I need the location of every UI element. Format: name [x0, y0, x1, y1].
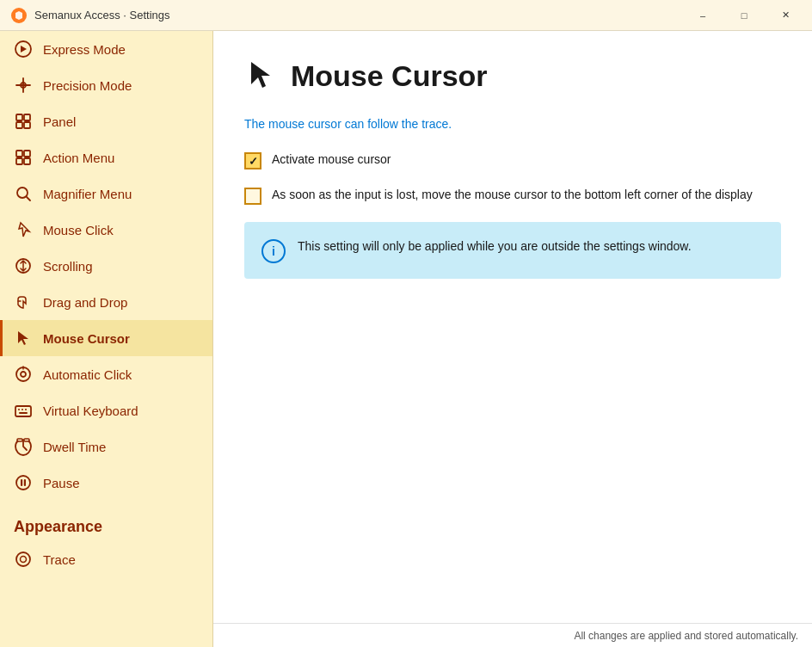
activate-mouse-cursor-row: Activate mouse cursor [244, 151, 781, 169]
sidebar-item-drag-and-drop[interactable]: Drag and Drop [0, 284, 212, 320]
sidebar-label-virtual-keyboard: Virtual Keyboard [43, 404, 138, 418]
sidebar-label-trace: Trace [43, 552, 76, 567]
precision-mode-icon [14, 76, 33, 95]
activate-mouse-cursor-label: Activate mouse cursor [272, 151, 391, 169]
sidebar-label-precision-mode: Precision Mode [43, 78, 132, 93]
sidebar-label-drag-and-drop: Drag and Drop [43, 295, 127, 310]
page-header-icon [244, 59, 279, 93]
info-box: i This setting will only be applied whil… [244, 222, 781, 279]
scrolling-icon [14, 256, 33, 275]
sidebar-item-scrolling[interactable]: Scrolling [0, 248, 212, 284]
svg-rect-4 [24, 114, 30, 120]
page-title: Mouse Cursor [291, 59, 488, 93]
sidebar-label-mouse-click: Mouse Click [43, 223, 114, 237]
page-header: Mouse Cursor [244, 59, 781, 93]
sidebar-label-automatic-click: Automatic Click [43, 367, 132, 382]
appearance-section-header: Appearance [0, 501, 212, 541]
main-content: Mouse Cursor The mouse cursor can follow… [213, 31, 812, 623]
sidebar-item-virtual-keyboard[interactable]: Virtual Keyboard [0, 392, 212, 428]
svg-rect-5 [16, 122, 22, 128]
titlebar: Semanux Access · Settings – □ ✕ [0, 0, 812, 31]
sidebar-item-panel[interactable]: Panel [0, 103, 212, 139]
svg-point-11 [17, 188, 28, 198]
close-button[interactable]: ✕ [766, 3, 805, 28]
keyboard-icon [14, 401, 33, 420]
auto-click-icon [14, 365, 33, 384]
sidebar-item-trace[interactable]: Trace [0, 541, 212, 577]
minimize-button[interactable]: – [683, 3, 723, 28]
panel-icon [14, 112, 33, 131]
svg-point-26 [16, 552, 30, 566]
sidebar-label-pause: Pause [43, 476, 80, 490]
mouse-click-icon [14, 220, 33, 239]
sidebar-label-panel: Panel [43, 114, 76, 129]
sidebar-item-magnifier-menu[interactable]: Magnifier Menu [0, 176, 212, 212]
svg-rect-8 [24, 151, 30, 157]
sidebar-label-express-mode: Express Mode [43, 42, 126, 57]
page-description: The mouse cursor can follow the trace. [244, 117, 781, 131]
svg-point-23 [16, 476, 30, 490]
status-text: All changes are applied and stored autom… [574, 630, 798, 642]
move-to-corner-checkbox[interactable] [244, 188, 261, 205]
sidebar-item-precision-mode[interactable]: Precision Mode [0, 67, 212, 103]
trace-icon [14, 550, 33, 569]
info-icon: i [261, 239, 286, 263]
sidebar-label-magnifier-menu: Magnifier Menu [43, 187, 132, 201]
info-message: This setting will only be applied while … [298, 237, 692, 256]
svg-point-27 [21, 557, 27, 563]
sidebar-scroll: Express Mode Precision Mode [0, 31, 212, 647]
status-bar: All changes are applied and stored autom… [213, 623, 812, 647]
magnifier-icon [14, 184, 33, 203]
drag-drop-icon [14, 293, 33, 311]
sidebar-item-automatic-click[interactable]: Automatic Click [0, 356, 212, 392]
svg-rect-24 [21, 479, 22, 486]
sidebar-label-dwell-time: Dwell Time [43, 440, 106, 454]
sidebar-label-action-menu: Action Menu [43, 151, 114, 165]
express-mode-icon [14, 40, 33, 59]
mouse-cursor-icon [14, 329, 33, 348]
window-controls: – □ ✕ [683, 3, 805, 28]
sidebar-item-dwell-time[interactable]: Dwell Time [0, 428, 212, 465]
svg-rect-3 [16, 114, 22, 120]
sidebar-item-mouse-click[interactable]: Mouse Click [0, 212, 212, 248]
move-to-corner-row: As soon as the input is lost, move the m… [244, 187, 781, 205]
main-panel: Mouse Cursor The mouse cursor can follow… [213, 31, 812, 647]
svg-rect-6 [24, 122, 30, 128]
sidebar-item-express-mode[interactable]: Express Mode [0, 31, 212, 67]
sidebar-label-mouse-cursor: Mouse Cursor [43, 331, 130, 346]
sidebar-item-pause[interactable]: Pause [0, 465, 212, 501]
sidebar: Express Mode Precision Mode [0, 31, 213, 647]
activate-mouse-cursor-checkbox[interactable] [244, 152, 261, 169]
move-to-corner-label: As soon as the input is lost, move the m… [272, 187, 753, 204]
maximize-button[interactable]: □ [724, 3, 764, 28]
svg-rect-9 [16, 158, 22, 164]
dwell-icon [14, 437, 33, 456]
svg-rect-25 [24, 479, 26, 486]
window-title: Semanux Access · Settings [34, 9, 170, 22]
svg-point-14 [21, 372, 26, 377]
sidebar-item-action-menu[interactable]: Action Menu [0, 139, 212, 176]
app-logo-icon [10, 7, 28, 24]
pause-icon [14, 473, 33, 492]
sidebar-label-scrolling: Scrolling [43, 259, 93, 274]
titlebar-left: Semanux Access · Settings [10, 7, 170, 24]
app-container: Express Mode Precision Mode [0, 31, 812, 647]
svg-rect-10 [24, 158, 30, 164]
svg-rect-7 [16, 151, 22, 157]
sidebar-item-mouse-cursor[interactable]: Mouse Cursor [0, 320, 212, 356]
svg-rect-16 [15, 406, 31, 416]
action-menu-icon [14, 148, 33, 167]
